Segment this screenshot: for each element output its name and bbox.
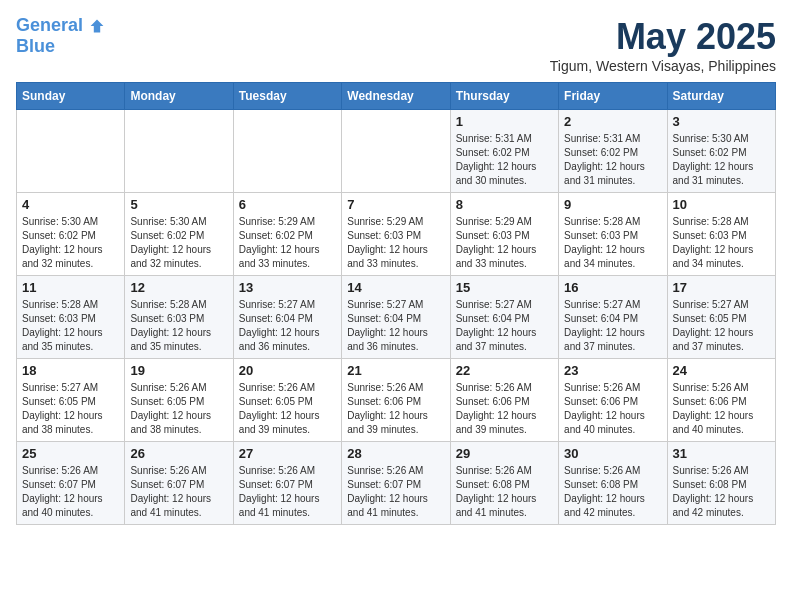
calendar-cell: 30Sunrise: 5:26 AM Sunset: 6:08 PM Dayli… [559, 442, 667, 525]
svg-marker-0 [91, 20, 104, 33]
calendar-cell [17, 110, 125, 193]
calendar-cell: 2Sunrise: 5:31 AM Sunset: 6:02 PM Daylig… [559, 110, 667, 193]
day-info: Sunrise: 5:26 AM Sunset: 6:05 PM Dayligh… [239, 381, 336, 437]
location-title: Tigum, Western Visayas, Philippines [550, 58, 776, 74]
day-number: 10 [673, 197, 770, 212]
calendar-cell: 11Sunrise: 5:28 AM Sunset: 6:03 PM Dayli… [17, 276, 125, 359]
day-number: 22 [456, 363, 553, 378]
calendar-cell: 27Sunrise: 5:26 AM Sunset: 6:07 PM Dayli… [233, 442, 341, 525]
calendar-cell: 3Sunrise: 5:30 AM Sunset: 6:02 PM Daylig… [667, 110, 775, 193]
day-info: Sunrise: 5:26 AM Sunset: 6:06 PM Dayligh… [673, 381, 770, 437]
day-info: Sunrise: 5:29 AM Sunset: 6:02 PM Dayligh… [239, 215, 336, 271]
weekday-tuesday: Tuesday [233, 83, 341, 110]
calendar-cell: 25Sunrise: 5:26 AM Sunset: 6:07 PM Dayli… [17, 442, 125, 525]
day-info: Sunrise: 5:26 AM Sunset: 6:07 PM Dayligh… [239, 464, 336, 520]
day-info: Sunrise: 5:28 AM Sunset: 6:03 PM Dayligh… [673, 215, 770, 271]
day-number: 30 [564, 446, 661, 461]
calendar-cell: 31Sunrise: 5:26 AM Sunset: 6:08 PM Dayli… [667, 442, 775, 525]
day-number: 11 [22, 280, 119, 295]
logo-icon [89, 18, 105, 34]
day-info: Sunrise: 5:29 AM Sunset: 6:03 PM Dayligh… [347, 215, 444, 271]
day-number: 28 [347, 446, 444, 461]
weekday-header-row: SundayMondayTuesdayWednesdayThursdayFrid… [17, 83, 776, 110]
day-number: 15 [456, 280, 553, 295]
weekday-saturday: Saturday [667, 83, 775, 110]
day-info: Sunrise: 5:28 AM Sunset: 6:03 PM Dayligh… [22, 298, 119, 354]
day-number: 21 [347, 363, 444, 378]
calendar-week-1: 1Sunrise: 5:31 AM Sunset: 6:02 PM Daylig… [17, 110, 776, 193]
logo: General Blue [16, 16, 106, 57]
calendar-cell: 26Sunrise: 5:26 AM Sunset: 6:07 PM Dayli… [125, 442, 233, 525]
day-number: 1 [456, 114, 553, 129]
calendar-table: SundayMondayTuesdayWednesdayThursdayFrid… [16, 82, 776, 525]
day-number: 8 [456, 197, 553, 212]
weekday-monday: Monday [125, 83, 233, 110]
day-info: Sunrise: 5:27 AM Sunset: 6:04 PM Dayligh… [456, 298, 553, 354]
page-header: General Blue May 2025 Tigum, Western Vis… [16, 16, 776, 74]
calendar-cell: 29Sunrise: 5:26 AM Sunset: 6:08 PM Dayli… [450, 442, 558, 525]
logo-blue: Blue [16, 36, 106, 57]
day-info: Sunrise: 5:30 AM Sunset: 6:02 PM Dayligh… [22, 215, 119, 271]
day-info: Sunrise: 5:26 AM Sunset: 6:08 PM Dayligh… [564, 464, 661, 520]
day-info: Sunrise: 5:28 AM Sunset: 6:03 PM Dayligh… [130, 298, 227, 354]
calendar-cell: 1Sunrise: 5:31 AM Sunset: 6:02 PM Daylig… [450, 110, 558, 193]
calendar-cell: 20Sunrise: 5:26 AM Sunset: 6:05 PM Dayli… [233, 359, 341, 442]
calendar-cell: 21Sunrise: 5:26 AM Sunset: 6:06 PM Dayli… [342, 359, 450, 442]
day-info: Sunrise: 5:26 AM Sunset: 6:06 PM Dayligh… [456, 381, 553, 437]
day-info: Sunrise: 5:31 AM Sunset: 6:02 PM Dayligh… [564, 132, 661, 188]
calendar-week-4: 18Sunrise: 5:27 AM Sunset: 6:05 PM Dayli… [17, 359, 776, 442]
day-number: 12 [130, 280, 227, 295]
day-number: 5 [130, 197, 227, 212]
day-info: Sunrise: 5:26 AM Sunset: 6:06 PM Dayligh… [564, 381, 661, 437]
calendar-cell: 22Sunrise: 5:26 AM Sunset: 6:06 PM Dayli… [450, 359, 558, 442]
calendar-cell: 16Sunrise: 5:27 AM Sunset: 6:04 PM Dayli… [559, 276, 667, 359]
day-number: 4 [22, 197, 119, 212]
day-info: Sunrise: 5:26 AM Sunset: 6:06 PM Dayligh… [347, 381, 444, 437]
calendar-cell: 6Sunrise: 5:29 AM Sunset: 6:02 PM Daylig… [233, 193, 341, 276]
calendar-body: 1Sunrise: 5:31 AM Sunset: 6:02 PM Daylig… [17, 110, 776, 525]
day-number: 18 [22, 363, 119, 378]
day-info: Sunrise: 5:28 AM Sunset: 6:03 PM Dayligh… [564, 215, 661, 271]
weekday-sunday: Sunday [17, 83, 125, 110]
calendar-cell: 18Sunrise: 5:27 AM Sunset: 6:05 PM Dayli… [17, 359, 125, 442]
weekday-wednesday: Wednesday [342, 83, 450, 110]
calendar-cell [125, 110, 233, 193]
month-title: May 2025 [550, 16, 776, 58]
calendar-week-2: 4Sunrise: 5:30 AM Sunset: 6:02 PM Daylig… [17, 193, 776, 276]
day-number: 9 [564, 197, 661, 212]
calendar-cell: 23Sunrise: 5:26 AM Sunset: 6:06 PM Dayli… [559, 359, 667, 442]
day-number: 2 [564, 114, 661, 129]
day-number: 17 [673, 280, 770, 295]
day-info: Sunrise: 5:29 AM Sunset: 6:03 PM Dayligh… [456, 215, 553, 271]
logo-text: General [16, 16, 106, 36]
day-number: 20 [239, 363, 336, 378]
calendar-cell: 4Sunrise: 5:30 AM Sunset: 6:02 PM Daylig… [17, 193, 125, 276]
day-info: Sunrise: 5:26 AM Sunset: 6:05 PM Dayligh… [130, 381, 227, 437]
day-number: 6 [239, 197, 336, 212]
calendar-cell: 12Sunrise: 5:28 AM Sunset: 6:03 PM Dayli… [125, 276, 233, 359]
day-info: Sunrise: 5:26 AM Sunset: 6:07 PM Dayligh… [22, 464, 119, 520]
calendar-cell: 5Sunrise: 5:30 AM Sunset: 6:02 PM Daylig… [125, 193, 233, 276]
calendar-cell: 17Sunrise: 5:27 AM Sunset: 6:05 PM Dayli… [667, 276, 775, 359]
calendar-cell [233, 110, 341, 193]
day-info: Sunrise: 5:27 AM Sunset: 6:05 PM Dayligh… [673, 298, 770, 354]
day-number: 29 [456, 446, 553, 461]
day-info: Sunrise: 5:27 AM Sunset: 6:05 PM Dayligh… [22, 381, 119, 437]
day-info: Sunrise: 5:30 AM Sunset: 6:02 PM Dayligh… [130, 215, 227, 271]
calendar-cell [342, 110, 450, 193]
calendar-cell: 8Sunrise: 5:29 AM Sunset: 6:03 PM Daylig… [450, 193, 558, 276]
day-number: 13 [239, 280, 336, 295]
calendar-cell: 10Sunrise: 5:28 AM Sunset: 6:03 PM Dayli… [667, 193, 775, 276]
calendar-cell: 9Sunrise: 5:28 AM Sunset: 6:03 PM Daylig… [559, 193, 667, 276]
day-info: Sunrise: 5:27 AM Sunset: 6:04 PM Dayligh… [347, 298, 444, 354]
day-info: Sunrise: 5:26 AM Sunset: 6:08 PM Dayligh… [673, 464, 770, 520]
calendar-week-5: 25Sunrise: 5:26 AM Sunset: 6:07 PM Dayli… [17, 442, 776, 525]
calendar-cell: 28Sunrise: 5:26 AM Sunset: 6:07 PM Dayli… [342, 442, 450, 525]
day-info: Sunrise: 5:27 AM Sunset: 6:04 PM Dayligh… [239, 298, 336, 354]
calendar-cell: 24Sunrise: 5:26 AM Sunset: 6:06 PM Dayli… [667, 359, 775, 442]
calendar-cell: 14Sunrise: 5:27 AM Sunset: 6:04 PM Dayli… [342, 276, 450, 359]
calendar-cell: 19Sunrise: 5:26 AM Sunset: 6:05 PM Dayli… [125, 359, 233, 442]
calendar-cell: 15Sunrise: 5:27 AM Sunset: 6:04 PM Dayli… [450, 276, 558, 359]
day-number: 25 [22, 446, 119, 461]
weekday-friday: Friday [559, 83, 667, 110]
